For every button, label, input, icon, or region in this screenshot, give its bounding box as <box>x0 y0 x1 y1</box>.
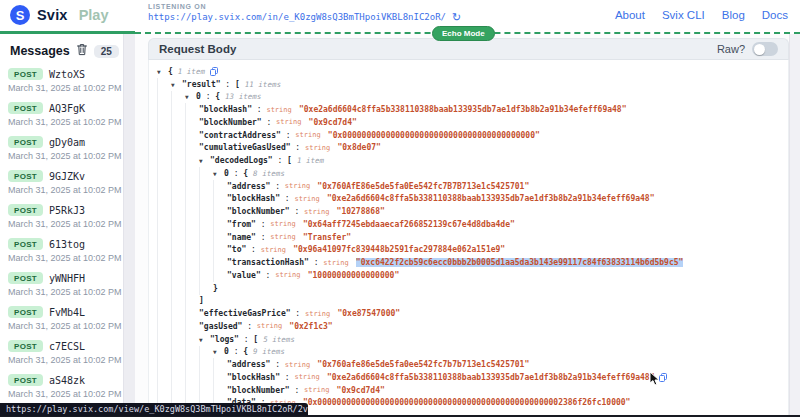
main-scrollbar[interactable] <box>789 34 800 417</box>
collapse-arrow-icon[interactable]: ▼ <box>199 336 210 343</box>
refresh-icon[interactable]: ↻ <box>452 12 461 22</box>
collapse-arrow-icon[interactable]: ▼ <box>213 170 224 177</box>
json-key: "blockHash" <box>227 373 280 382</box>
json-type-label: string <box>276 118 306 126</box>
svix-logo-icon: S <box>10 5 30 25</box>
json-row: "name" : string "Transfer" <box>149 231 788 244</box>
message-id: 613tog <box>49 239 85 250</box>
top-nav: AboutSvix CLIBlogDocs <box>615 9 788 21</box>
json-key: "gasUsed" <box>199 322 242 331</box>
message-list: POSTWztoXSMarch 31, 2025 at 10:02 PMPOST… <box>0 65 135 417</box>
json-value: "0xe87547000" <box>337 309 400 318</box>
nav-link-svix-cli[interactable]: Svix CLI <box>662 9 705 21</box>
message-timestamp: March 31, 2025 at 10:02 PM <box>8 151 129 161</box>
listening-url[interactable]: https://play.svix.com/in/e_K0zgW8sQ3BmTH… <box>148 12 446 22</box>
json-type-label: string <box>323 259 353 267</box>
message-timestamp: March 31, 2025 at 10:02 PM <box>8 83 129 93</box>
message-id: aS48zk <box>49 375 85 386</box>
message-list-item[interactable]: POSTgDy0amMarch 31, 2025 at 10:02 PM <box>0 133 135 167</box>
json-type-label: string <box>294 195 324 203</box>
json-type-label: string <box>305 144 335 152</box>
json-type-label: string <box>270 220 300 228</box>
json-value-selected: "0xc6422f2cb59c6ecc0bbb2b0005d1aa5da3b14… <box>356 258 684 267</box>
sidebar-scrollbar[interactable] <box>123 34 135 417</box>
json-item-count: 8 items <box>253 169 285 178</box>
json-row: "value" : string "10000000000000000" <box>149 269 788 282</box>
brand[interactable]: S SvixPlay <box>10 5 108 25</box>
json-row: ] <box>149 295 788 308</box>
nav-link-about[interactable]: About <box>615 9 645 21</box>
json-row: "blockHash" : string "0xe2a6d6604c8ffa5b… <box>149 193 788 206</box>
message-id: AQ3FgK <box>49 103 85 114</box>
message-timestamp: March 31, 2025 at 10:02 PM <box>8 185 129 195</box>
message-list-item[interactable]: POSTP5RkJ3March 31, 2025 at 10:02 PM <box>0 201 135 235</box>
json-row: "effectiveGasPrice" : string "0xe8754700… <box>149 307 788 320</box>
json-row: "address" : string "0x760AfE86e5de5fa0Ee… <box>149 180 788 193</box>
collapse-arrow-icon[interactable]: ▼ <box>213 348 224 355</box>
request-body-header: Request Body Raw? <box>148 38 789 60</box>
json-value: "0x760afe86e5de5fa0ee542fc7b7b713e1c5425… <box>317 360 529 369</box>
collapse-arrow-icon[interactable]: ▼ <box>171 81 182 88</box>
message-list-item[interactable]: POSTFvMb4LMarch 31, 2025 at 10:02 PM <box>0 303 135 337</box>
json-value: "0xe2a6d6604c8ffa5b338110388baab133935db… <box>327 373 655 382</box>
message-timestamp: March 31, 2025 at 10:02 PM <box>8 219 129 229</box>
method-badge: POST <box>8 136 43 148</box>
json-key: "address" <box>227 360 270 369</box>
json-value: "0x0000000000000000000000000000000000000… <box>328 131 540 140</box>
message-count-badge: 25 <box>94 45 119 58</box>
message-list-item[interactable]: POSTaS48zkMarch 31, 2025 at 10:02 PM <box>0 371 135 405</box>
json-row: ▼"decodedLogs" : [1 item <box>149 154 788 167</box>
message-id: 9GJZKv <box>49 171 85 182</box>
copy-icon[interactable] <box>659 373 667 382</box>
json-row: "gasUsed" : string "0x2f1c3" <box>149 320 788 333</box>
message-id: gDy0am <box>49 137 85 148</box>
message-timestamp: March 31, 2025 at 10:02 PM <box>8 355 129 365</box>
collapse-arrow-icon[interactable]: ▼ <box>199 157 210 164</box>
clear-messages-button[interactable] <box>76 43 88 59</box>
json-value: "0x64aff7245ebdaaecaf266852139c67e4d8dba… <box>303 220 515 229</box>
json-key: "cumulativeGasUsed" <box>199 143 291 152</box>
json-bracket: [ <box>287 156 292 165</box>
link-preview-status-bar: https://play.svix.com/view/e_K0zgW8sQ3Bm… <box>0 403 308 416</box>
json-value: "0x0000000000000000000000000000000000000… <box>303 398 631 407</box>
message-list-item[interactable]: POST9GJZKvMarch 31, 2025 at 10:02 PM <box>0 167 135 201</box>
json-row: "from" : string "0x64aff7245ebdaaecaf266… <box>149 218 788 231</box>
nav-link-docs[interactable]: Docs <box>762 9 788 21</box>
json-key: "transactionHash" <box>227 258 309 267</box>
copy-icon[interactable] <box>210 67 218 76</box>
json-key: "contractAddress" <box>199 131 281 140</box>
json-value: "10278868" <box>337 207 385 216</box>
json-row: ▼0 : {13 items <box>149 91 788 104</box>
json-item-count: 5 items <box>263 335 295 344</box>
json-value: "0x760AfE86e5de5fa0Ee542fc7B7B713e1c5425… <box>317 182 529 191</box>
json-type-label: string <box>305 310 335 318</box>
json-row: "blockHash" : string "0xe2a6d6604c8ffa5b… <box>149 371 788 384</box>
json-key: "blockHash" <box>199 105 252 114</box>
message-list-item[interactable]: POSTyWNHFHMarch 31, 2025 at 10:02 PM <box>0 269 135 303</box>
json-value: "Transfer" <box>303 233 351 242</box>
json-tree: ▼{1 item▼"result" : [11 items▼0 : {13 it… <box>148 60 789 417</box>
brand-name: Svix <box>37 7 68 23</box>
collapse-arrow-icon[interactable]: ▼ <box>157 68 168 75</box>
message-list-item[interactable]: POSTAQ3FgKMarch 31, 2025 at 10:02 PM <box>0 99 135 133</box>
nav-link-blog[interactable]: Blog <box>722 9 745 21</box>
json-bracket: [ <box>235 80 240 89</box>
json-type-label: string <box>266 106 296 114</box>
collapse-arrow-icon[interactable]: ▼ <box>185 93 196 100</box>
json-key: "blockNumber" <box>227 386 290 395</box>
message-list-item[interactable]: POSTWztoXSMarch 31, 2025 at 10:02 PM <box>0 65 135 99</box>
method-badge: POST <box>8 170 43 182</box>
raw-toggle[interactable] <box>752 42 778 56</box>
json-row: "address" : string "0x760afe86e5de5fa0ee… <box>149 358 788 371</box>
message-timestamp: March 31, 2025 at 10:02 PM <box>8 253 129 263</box>
json-key: "logs" <box>210 335 239 344</box>
json-value: "0x2f1c3" <box>289 322 332 331</box>
json-type-label: string <box>285 361 315 369</box>
method-badge: POST <box>8 272 43 284</box>
message-list-item[interactable]: POST613togMarch 31, 2025 at 10:02 PM <box>0 235 135 269</box>
request-body-panel: Request Body Raw? ▼{1 item▼"result" : [1… <box>148 38 789 417</box>
message-timestamp: March 31, 2025 at 10:02 PM <box>8 389 129 399</box>
method-badge: POST <box>8 374 43 386</box>
json-bracket: { <box>243 169 248 178</box>
message-list-item[interactable]: POSTc7ECSLMarch 31, 2025 at 10:02 PM <box>0 337 135 371</box>
